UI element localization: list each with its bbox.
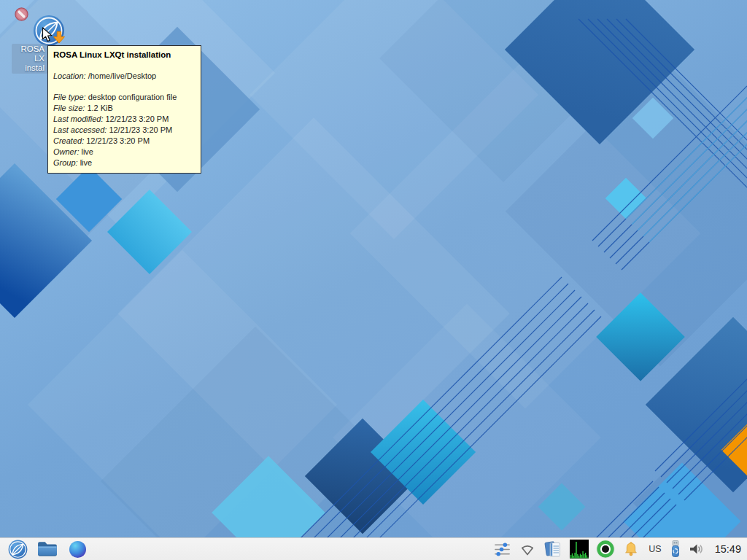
clock[interactable]: 15:49 bbox=[713, 543, 741, 555]
tooltip-row-location: Location:/home/live/Desktop bbox=[53, 71, 196, 82]
recorder-icon[interactable] bbox=[596, 539, 615, 559]
rosa-logo-icon bbox=[8, 540, 28, 559]
tooltip-title: ROSA Linux LXQt installation bbox=[53, 50, 196, 61]
tooltip-row-filesize: File size:1.2 KiB bbox=[53, 103, 196, 114]
tooltip-row-accessed: Last accessed:12/21/23 3:20 PM bbox=[53, 125, 196, 136]
desktop-icon-label: ROSA LX instal bbox=[12, 44, 47, 74]
system-tray: US 15:49 bbox=[493, 539, 747, 559]
usb-drive-icon[interactable] bbox=[670, 539, 681, 559]
folder-icon bbox=[37, 541, 58, 557]
tooltip-row-modified: Last modified:12/21/23 3:20 PM bbox=[53, 114, 196, 125]
label-line: ROSA bbox=[12, 44, 44, 54]
browser-button[interactable] bbox=[66, 539, 88, 559]
wifi-icon[interactable] bbox=[519, 539, 536, 559]
taskbar-panel: US 15:49 bbox=[0, 537, 747, 560]
tooltip-row-group: Group:live bbox=[53, 158, 196, 168]
system-monitor-icon[interactable] bbox=[570, 540, 589, 559]
volume-icon[interactable] bbox=[688, 539, 706, 559]
no-access-emblem-icon bbox=[15, 7, 28, 21]
clipboard-icon[interactable] bbox=[543, 539, 562, 559]
mouse-cursor bbox=[42, 27, 56, 43]
tooltip-row-owner: Owner:live bbox=[53, 147, 196, 158]
rosa-menu-button[interactable] bbox=[7, 539, 28, 559]
globe-icon bbox=[69, 541, 86, 558]
file-properties-tooltip: ROSA Linux LXQt installation Location:/h… bbox=[47, 45, 201, 174]
tooltip-row-created: Created:12/21/23 3:20 PM bbox=[53, 136, 196, 147]
file-manager-button[interactable] bbox=[36, 539, 58, 559]
notifications-bell-icon[interactable] bbox=[622, 539, 640, 559]
panel-launchers bbox=[0, 539, 88, 559]
tooltip-row-filetype: File type:desktop configuration file bbox=[53, 92, 196, 103]
keyboard-layout-indicator[interactable]: US bbox=[647, 544, 662, 554]
settings-sliders-icon[interactable] bbox=[493, 539, 511, 559]
label-line: instal bbox=[12, 63, 44, 73]
label-line: LX bbox=[12, 54, 44, 63]
